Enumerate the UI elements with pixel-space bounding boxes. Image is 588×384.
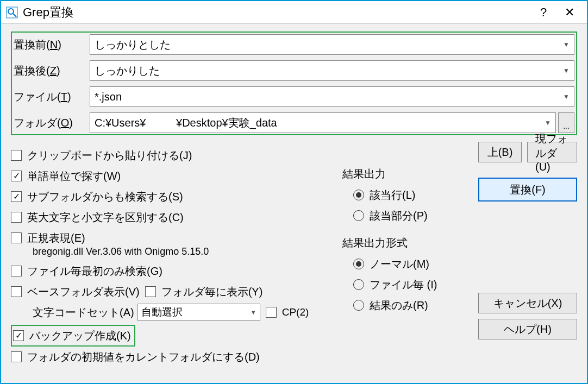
search-icon: [5, 6, 18, 19]
after-input[interactable]: しっかりした▼: [90, 60, 574, 81]
output-group-label: 結果出力: [342, 167, 472, 181]
backup-label: バックアップ作成(K): [29, 329, 131, 343]
case-checkbox[interactable]: [11, 212, 22, 223]
after-label: 置換後(Z): [14, 64, 90, 78]
per-folder-label: フォルダ毎に表示(Y): [161, 285, 263, 299]
regex-label: 正規表現(E): [27, 231, 85, 245]
word-checkbox[interactable]: [11, 171, 22, 181]
titlebar: Grep置換 ? ✕: [1, 1, 587, 24]
before-input[interactable]: しっかりとした▼: [90, 34, 574, 55]
options-column: クリップボードから貼り付ける(J) 単語単位で探す(W) サブフォルダからも検索…: [11, 142, 336, 367]
replace-button[interactable]: 置換(F): [478, 178, 577, 202]
codeset-select[interactable]: 自動選択▼: [137, 304, 260, 321]
cp-label: CP(2): [282, 306, 309, 318]
first-only-label: ファイル毎最初のみ検索(G): [27, 264, 162, 279]
window-title: Grep置換: [23, 4, 530, 21]
action-column: 上(B) 現フォルダ(U) 置換(F) キャンセル(X) ヘルプ(H): [472, 142, 577, 367]
result-radio[interactable]: [353, 300, 364, 311]
chevron-down-icon: ▼: [251, 309, 257, 316]
file-label: ファイル(T): [14, 90, 90, 104]
backup-checkbox[interactable]: [13, 330, 24, 341]
chevron-down-icon: ▼: [563, 67, 570, 74]
cp-checkbox[interactable]: [266, 307, 277, 318]
chevron-down-icon: ▼: [563, 41, 570, 48]
regex-engine-label: bregonig.dll Ver.3.06 with Onigmo 5.15.0: [33, 246, 336, 257]
input-fields-highlight: 置換前(N) しっかりとした▼ 置換後(Z) しっかりした▼ ファイル(T) *…: [11, 32, 577, 135]
cancel-button[interactable]: キャンセル(X): [478, 293, 577, 313]
close-button[interactable]: ✕: [556, 1, 583, 24]
output-column: 結果出力 該当行(L) 該当部分(P) 結果出力形式 ノーマル(M) ファイル毎…: [336, 142, 472, 367]
output-format-group-label: 結果出力形式: [342, 236, 472, 250]
case-label: 英大文字と小文字を区別する(C): [27, 210, 184, 225]
default-folder-label: フォルダの初期値をカレントフォルダにする(D): [27, 350, 260, 364]
per-folder-checkbox[interactable]: [145, 286, 156, 297]
dialog-content: 置換前(N) しっかりとした▼ 置換後(Z) しっかりした▼ ファイル(T) *…: [1, 24, 587, 375]
file-radio[interactable]: [353, 279, 364, 290]
clipboard-checkbox[interactable]: [11, 150, 22, 161]
up-button[interactable]: 上(B): [478, 142, 522, 162]
codeset-label: 文字コードセット(A): [33, 305, 134, 320]
default-folder-checkbox[interactable]: [11, 351, 22, 362]
browse-button[interactable]: ...: [558, 112, 574, 133]
part-radio[interactable]: [353, 210, 364, 221]
file-radio-label: ファイル毎 (I): [370, 278, 437, 292]
base-folder-label: ベースフォルダ表示(V): [27, 285, 140, 299]
help-button[interactable]: ?: [530, 1, 556, 24]
grep-replace-dialog: Grep置換 ? ✕ 置換前(N) しっかりとした▼ 置換後(Z) しっかりした…: [0, 0, 588, 384]
line-radio[interactable]: [353, 190, 364, 200]
help-action-button[interactable]: ヘルプ(H): [478, 319, 577, 339]
part-radio-label: 該当部分(P): [370, 209, 428, 223]
chevron-down-icon: ▼: [545, 119, 551, 127]
result-radio-label: 結果のみ(R): [370, 298, 428, 313]
first-only-checkbox[interactable]: [11, 266, 22, 276]
current-folder-button[interactable]: 現フォルダ(U): [527, 142, 577, 162]
folder-label: フォルダ(O): [14, 116, 90, 130]
before-label: 置換前(N): [14, 37, 90, 52]
base-folder-checkbox[interactable]: [11, 286, 22, 297]
subfolder-checkbox[interactable]: [11, 191, 22, 202]
file-input[interactable]: *.json▼: [90, 86, 574, 107]
normal-radio-label: ノーマル(M): [370, 257, 429, 272]
regex-checkbox[interactable]: [11, 232, 22, 243]
chevron-down-icon: ▼: [563, 93, 570, 100]
clipboard-label: クリップボードから貼り付ける(J): [27, 148, 192, 163]
folder-input[interactable]: C:¥Users¥ ¥Desktop¥実験_data▼: [90, 112, 556, 133]
word-label: 単語単位で探す(W): [27, 169, 121, 184]
line-radio-label: 該当行(L): [370, 188, 415, 203]
backup-highlight: バックアップ作成(K): [11, 325, 135, 347]
subfolder-label: サブフォルダからも検索する(S): [27, 190, 183, 204]
normal-radio[interactable]: [353, 259, 364, 269]
